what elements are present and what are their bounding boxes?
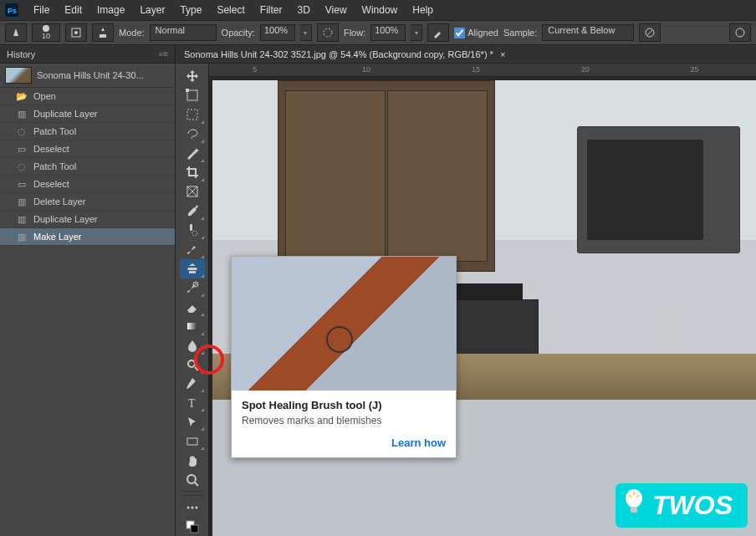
options-bar: 10 Mode: Normal Opacity: 100%▾ Flow: 100… (0, 20, 756, 45)
tool-pen[interactable] (180, 375, 205, 394)
tooltip-learn-link[interactable]: Learn how (232, 433, 456, 457)
svg-point-20 (191, 506, 193, 508)
document-area: Sonoma Hills Unit 24-302 3521.jpg @ 54.4… (176, 45, 756, 536)
menu-view[interactable]: View (319, 3, 354, 18)
history-item[interactable]: ▭Deselect (0, 140, 175, 158)
history-step-icon: ▥ (15, 213, 28, 225)
history-panel-header[interactable]: History »≡ (0, 45, 175, 64)
aligned-checkbox[interactable]: Aligned (454, 28, 498, 38)
tool-crop[interactable] (180, 163, 205, 182)
history-item[interactable]: 📂Open (0, 88, 175, 105)
history-step-icon: ▭ (15, 178, 28, 190)
ruler-horizontal: 5 10 15 20 25 (209, 64, 756, 77)
tool-tooltip: Spot Healing Brush tool (J) Removes mark… (231, 256, 457, 458)
history-item[interactable]: ▥Make Layer (0, 228, 175, 246)
tool-marquee[interactable] (180, 105, 205, 125)
tool-dodge[interactable] (180, 355, 205, 375)
svg-point-19 (186, 506, 189, 508)
flow-input[interactable]: 100% (370, 24, 406, 41)
document-tab[interactable]: Sonoma Hills Unit 24-302 3521.jpg @ 54.4… (176, 45, 756, 64)
ignore-adjustment-layers-icon[interactable] (639, 23, 661, 42)
svg-point-15 (188, 360, 195, 367)
overlay-watermark: TWOS (616, 483, 748, 528)
history-list: 📂Open▥Duplicate Layer◌Patch Tool▭Deselec… (0, 88, 175, 536)
tool-move[interactable] (180, 67, 205, 86)
history-step-icon: ◌ (15, 125, 28, 137)
tool-rectangle[interactable] (180, 431, 205, 451)
svg-rect-8 (186, 89, 189, 92)
tool-path-select[interactable] (180, 412, 205, 431)
history-item[interactable]: ▥Duplicate Layer (0, 105, 175, 123)
app-menubar: Ps File Edit Image Layer Type Select Fil… (0, 0, 756, 20)
tool-blur[interactable] (180, 336, 205, 355)
tool-preset-picker[interactable] (5, 23, 27, 42)
history-step-icon: ▭ (15, 143, 28, 155)
tool-gradient[interactable] (180, 317, 205, 336)
history-item[interactable]: ◌Patch Tool (0, 158, 175, 176)
document-thumb-icon (5, 67, 32, 84)
menu-layer[interactable]: Layer (133, 3, 171, 18)
menu-edit[interactable]: Edit (58, 3, 89, 18)
history-snapshot[interactable]: Sonoma Hills Unit 24-30... (0, 64, 175, 88)
flow-label: Flow: (344, 28, 365, 38)
svg-point-3 (74, 31, 78, 34)
tool-zoom[interactable] (180, 470, 205, 489)
menu-3d[interactable]: 3D (290, 3, 316, 18)
svg-point-18 (187, 475, 196, 483)
tool-brush[interactable] (180, 240, 205, 259)
menu-image[interactable]: Image (90, 3, 131, 18)
tool-artboard[interactable] (180, 86, 205, 105)
panel-menu-icon[interactable]: »≡ (159, 49, 168, 59)
svg-rect-11 (190, 224, 192, 231)
menu-window[interactable]: Window (355, 3, 405, 18)
pressure-opacity-icon[interactable] (317, 23, 339, 42)
menu-filter[interactable]: Filter (253, 3, 289, 18)
menu-file[interactable]: File (27, 3, 56, 18)
tool-type[interactable]: T (180, 393, 205, 412)
sample-label: Sample: (503, 28, 537, 38)
tool-edit-toolbar[interactable] (180, 498, 205, 517)
tool-lasso[interactable] (180, 125, 205, 144)
tool-magic-wand[interactable] (180, 144, 205, 163)
history-step-icon: 📂 (15, 90, 28, 102)
tool-eraser[interactable] (180, 298, 205, 317)
svg-text:Ps: Ps (8, 7, 17, 15)
lightbulb-icon (622, 488, 646, 515)
svg-rect-25 (631, 507, 637, 513)
tool-hand[interactable] (180, 451, 205, 470)
sample-select[interactable]: Current & Below (542, 24, 634, 41)
close-icon[interactable]: × (500, 49, 505, 59)
opacity-input[interactable]: 100% (260, 24, 295, 41)
tool-history-brush[interactable] (180, 278, 205, 298)
history-step-icon: ▥ (15, 108, 28, 120)
chevron-down-icon[interactable]: ▾ (411, 24, 422, 41)
tool-clone-stamp[interactable] (180, 259, 205, 278)
svg-rect-23 (191, 525, 198, 533)
tool-fg-bg[interactable] (180, 517, 205, 536)
tool-eyedropper[interactable] (180, 202, 205, 221)
pressure-size-icon[interactable] (729, 23, 751, 42)
history-item[interactable]: ▥Delete Layer (0, 193, 175, 211)
tool-frame[interactable] (180, 182, 205, 202)
tooltip-description: Removes marks and blemishes (242, 415, 446, 426)
history-step-icon: ◌ (15, 161, 28, 172)
brush-settings-icon[interactable] (65, 23, 87, 42)
opacity-label: Opacity: (222, 28, 255, 38)
svg-point-4 (324, 28, 332, 37)
history-item[interactable]: ▭Deselect (0, 176, 175, 193)
menu-help[interactable]: Help (406, 3, 440, 18)
svg-rect-17 (187, 438, 197, 445)
toolbox: T (176, 64, 209, 536)
history-step-icon: ▥ (15, 196, 28, 207)
chevron-down-icon[interactable]: ▾ (300, 24, 312, 41)
tool-spot-healing[interactable] (180, 221, 205, 240)
history-item[interactable]: ◌Patch Tool (0, 123, 175, 140)
clone-source-icon[interactable] (92, 23, 114, 42)
brush-preset-picker[interactable]: 10 (32, 23, 60, 42)
menu-select[interactable]: Select (210, 3, 251, 18)
menu-type[interactable]: Type (173, 3, 208, 18)
mode-select[interactable]: Normal (150, 24, 217, 41)
history-item[interactable]: ▥Duplicate Layer (0, 211, 175, 228)
svg-point-21 (195, 506, 197, 508)
airbrush-icon[interactable] (427, 23, 449, 42)
